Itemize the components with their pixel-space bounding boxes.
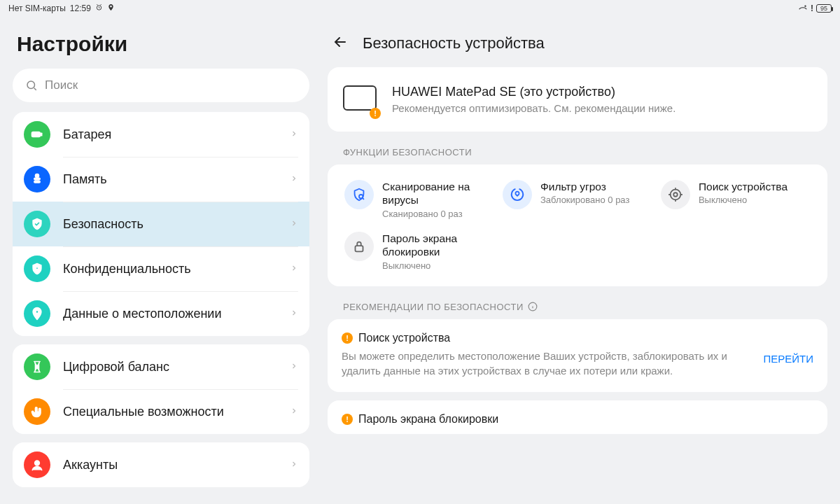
svg-point-12 xyxy=(673,192,678,197)
lockpw-icon xyxy=(344,232,374,261)
svg-rect-4 xyxy=(41,133,42,135)
recommendation-card: ! Поиск устройства Вы можете определить … xyxy=(328,319,827,392)
find-icon xyxy=(661,180,690,209)
svg-point-5 xyxy=(36,174,39,178)
section-features-label: ФУНКЦИИ БЕЗОПАСНОСТИ xyxy=(343,147,827,158)
chevron-right-icon xyxy=(290,307,298,320)
recommendation-action-button[interactable]: ПЕРЕЙТИ xyxy=(763,349,813,365)
sidebar-item-label: Специальные возможности xyxy=(63,405,290,419)
virus-icon xyxy=(344,180,374,209)
page-title: Настройки xyxy=(17,32,309,56)
sidebar-item-security[interactable]: Безопасность xyxy=(13,202,309,246)
svg-rect-3 xyxy=(32,132,41,137)
hand-icon xyxy=(24,398,50,425)
feature-title: Сканирование на вирусы xyxy=(382,180,494,207)
threat-icon xyxy=(503,180,532,209)
sidebar-item-privacy[interactable]: Конфиденциальность xyxy=(13,246,309,291)
chevron-right-icon xyxy=(290,218,298,230)
features-card: Сканирование на вирусы Сканировано 0 раз… xyxy=(328,164,827,286)
pin-icon xyxy=(24,300,50,327)
svg-point-8 xyxy=(36,267,38,270)
feature-subtitle: Сканировано 0 раз xyxy=(382,209,494,219)
device-subtitle: Рекомендуется оптимизировать. См. рекоме… xyxy=(392,102,676,114)
sidebar-item-label: Память xyxy=(63,172,290,187)
detail-panel: Безопасность устройства ! HUAWEI MatePad… xyxy=(322,17,840,504)
search-icon xyxy=(25,79,38,92)
recommendation-title: Пароль экрана блокировки xyxy=(358,413,498,426)
sidebar-item-label: Безопасность xyxy=(63,217,290,232)
chevron-right-icon xyxy=(290,262,298,275)
battery-icon xyxy=(24,121,50,148)
chevron-right-icon xyxy=(290,173,298,186)
user-icon xyxy=(24,451,50,478)
battery-icon: 95 xyxy=(816,4,832,13)
feature-virus[interactable]: Сканирование на вирусы Сканировано 0 раз xyxy=(340,177,498,222)
svg-rect-6 xyxy=(34,178,40,180)
status-time: 12:59 xyxy=(70,4,91,13)
svg-point-13 xyxy=(671,190,681,200)
recommendation-desc: Вы можете определить местоположение Ваши… xyxy=(342,349,752,378)
sidebar-item-label: Данные о местоположении xyxy=(63,307,290,321)
svg-point-2 xyxy=(27,81,35,89)
status-sim: Нет SIM-карты xyxy=(8,4,66,13)
sidebar-item-storage[interactable]: Память xyxy=(13,157,309,202)
feature-threat[interactable]: Фильтр угроз Заблокировано 0 раз xyxy=(498,177,657,222)
sidebar-item-label: Конфиденциальность xyxy=(63,262,290,276)
sidebar-item-accessibility[interactable]: Специальные возможности xyxy=(13,389,309,434)
search-placeholder: Поиск xyxy=(45,78,78,92)
sidebar-item-label: Цифровой баланс xyxy=(63,360,290,374)
recommendation-title: Поиск устройства xyxy=(358,332,450,344)
sidebar-item-location[interactable]: Данные о местоположении xyxy=(13,291,309,336)
chevron-right-icon xyxy=(290,128,298,141)
feature-subtitle: Заблокировано 0 раз xyxy=(540,195,629,205)
back-button[interactable] xyxy=(332,34,349,53)
settings-sidebar: Настройки Поиск Батарея Память Безопасно… xyxy=(0,17,322,504)
feature-subtitle: Выключено xyxy=(382,260,494,271)
warning-badge-icon: ! xyxy=(370,108,381,119)
feature-title: Фильтр угроз xyxy=(540,180,629,193)
svg-point-10 xyxy=(35,461,40,465)
section-recs-label: РЕКОМЕНДАЦИИ ПО БЕЗОПАСНОСТИ xyxy=(343,302,827,312)
sidebar-item-label: Батарея xyxy=(63,127,290,142)
chevron-right-icon xyxy=(290,458,298,471)
chevron-right-icon xyxy=(290,405,298,418)
hourglass-icon xyxy=(24,354,50,380)
warning-icon: ! xyxy=(342,332,353,344)
search-input[interactable]: Поиск xyxy=(13,69,309,102)
sidebar-item-accounts[interactable]: Аккаунты xyxy=(13,442,309,487)
svg-point-1 xyxy=(805,6,806,6)
status-bar: Нет SIM-карты 12:59 ! 95 xyxy=(0,0,840,17)
recommendation-card: ! Пароль экрана блокировки xyxy=(328,400,827,434)
svg-point-9 xyxy=(36,310,38,313)
shield-icon xyxy=(24,211,50,237)
storage-icon xyxy=(24,166,50,192)
svg-rect-7 xyxy=(34,181,40,183)
feature-find[interactable]: Поиск устройства Выключено xyxy=(657,177,815,222)
detail-title: Безопасность устройства xyxy=(363,34,545,52)
feature-lockpw[interactable]: Пароль экрана блокировки Выключено xyxy=(340,229,498,274)
sidebar-item-label: Аккаунты xyxy=(63,458,290,472)
info-icon[interactable] xyxy=(528,302,538,312)
shield-eye-icon xyxy=(24,255,50,282)
svg-rect-14 xyxy=(356,246,363,251)
device-name: HUAWEI MatePad SE (это устройство) xyxy=(392,85,676,99)
alarm-icon xyxy=(95,4,103,13)
warning-icon: ! xyxy=(342,414,353,425)
sidebar-item-battery[interactable]: Батарея xyxy=(13,112,309,157)
tablet-icon: ! xyxy=(343,81,379,118)
nfc-icon xyxy=(798,4,808,14)
feature-title: Поиск устройства xyxy=(699,180,788,193)
sidebar-item-digital[interactable]: Цифровой баланс xyxy=(13,344,309,389)
chevron-right-icon xyxy=(290,360,298,373)
feature-subtitle: Выключено xyxy=(699,195,788,205)
device-card[interactable]: ! HUAWEI MatePad SE (это устройство) Рек… xyxy=(328,67,827,132)
warning-icon: ! xyxy=(811,4,813,13)
feature-title: Пароль экрана блокировки xyxy=(382,232,494,259)
location-icon xyxy=(107,4,115,13)
